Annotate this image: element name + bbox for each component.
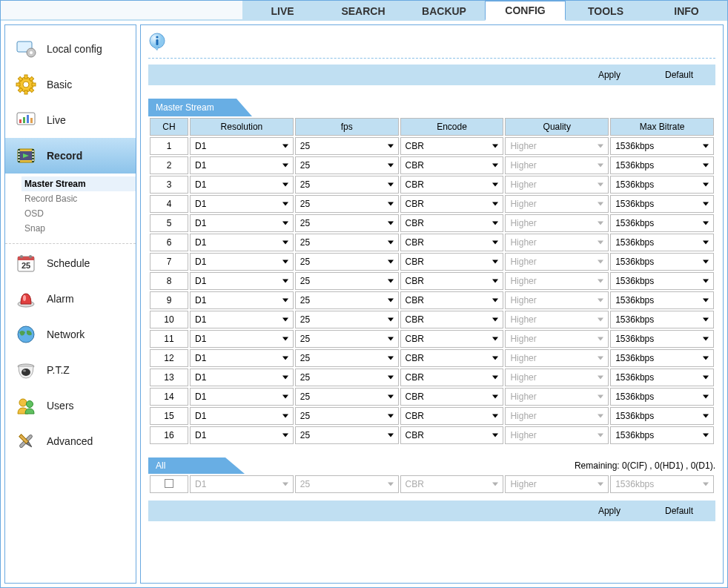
quality-select[interactable]: Higher [505,176,609,194]
sidebar-item-alarm[interactable]: Alarm [5,281,136,317]
resolution-select[interactable]: D1 [190,156,294,174]
sidebar-item-record[interactable]: Record [5,138,136,174]
quality-select[interactable]: Higher [505,388,609,406]
all-tab[interactable]: All [148,457,245,474]
encode-select[interactable]: CBR [400,156,504,174]
encode-select[interactable]: CBR [400,426,504,444]
bitrate-select[interactable]: 1536kbps [610,137,714,155]
fps-select[interactable]: 25 [295,156,399,174]
quality-select[interactable]: Higher [505,426,609,444]
encode-select[interactable]: CBR [400,137,504,155]
resolution-select[interactable]: D1 [190,407,294,425]
bitrate-select[interactable]: 1536kbps [610,311,714,328]
quality-select[interactable]: Higher [505,156,609,174]
stream-tab[interactable]: Master Stream [148,99,252,116]
bitrate-select[interactable]: 1536kbps [610,234,714,251]
encode-select[interactable]: CBR [400,234,504,251]
bitrate-select[interactable]: 1536kbps [610,330,714,348]
bitrate-select[interactable]: 1536kbps [610,156,714,174]
encode-select[interactable]: CBR [400,176,504,194]
bitrate-select[interactable]: 1536kbps [610,195,714,213]
fps-select[interactable]: 25 [295,311,399,328]
fps-select[interactable]: 25 [295,234,399,251]
bitrate-select[interactable]: 1536kbps [610,369,714,386]
all-bitrate-select[interactable]: 1536kbps [610,475,714,493]
sidebar-item-local[interactable]: Local config [5,31,136,67]
encode-select[interactable]: CBR [400,311,504,328]
quality-select[interactable]: Higher [505,291,609,309]
fps-select[interactable]: 25 [295,369,399,386]
sidebar-item-live[interactable]: Live [5,102,136,138]
bitrate-select[interactable]: 1536kbps [610,407,714,425]
encode-select[interactable]: CBR [400,407,504,425]
bitrate-select[interactable]: 1536kbps [610,349,714,367]
encode-select[interactable]: CBR [400,291,504,309]
sidebar-subitem-master-stream[interactable]: Master Stream [21,176,136,191]
fps-select[interactable]: 25 [295,407,399,425]
sidebar-item-basic[interactable]: Basic [5,67,136,102]
sidebar-item-schedule[interactable]: 25Schedule [5,245,136,281]
quality-select[interactable]: Higher [505,407,609,425]
bitrate-select[interactable]: 1536kbps [610,426,714,444]
bitrate-select[interactable]: 1536kbps [610,176,714,194]
resolution-select[interactable]: D1 [190,253,294,271]
default-button-bottom[interactable]: Default [665,506,693,516]
quality-select[interactable]: Higher [505,234,609,251]
encode-select[interactable]: CBR [400,330,504,348]
sidebar-item-network[interactable]: Network [5,317,136,352]
fps-select[interactable]: 25 [295,388,399,406]
quality-select[interactable]: Higher [505,214,609,232]
resolution-select[interactable]: D1 [190,234,294,251]
fps-select[interactable]: 25 [295,195,399,213]
encode-select[interactable]: CBR [400,253,504,271]
quality-select[interactable]: Higher [505,330,609,348]
encode-select[interactable]: CBR [400,388,504,406]
resolution-select[interactable]: D1 [190,176,294,194]
all-fps-select[interactable]: 25 [295,475,399,493]
resolution-select[interactable]: D1 [190,349,294,367]
tab-info[interactable]: INFO [646,1,727,21]
sidebar-subitem-snap[interactable]: Snap [21,221,136,236]
fps-select[interactable]: 25 [295,214,399,232]
quality-select[interactable]: Higher [505,311,609,328]
resolution-select[interactable]: D1 [190,311,294,328]
fps-select[interactable]: 25 [295,253,399,271]
all-encode-select[interactable]: CBR [400,475,504,493]
encode-select[interactable]: CBR [400,369,504,386]
bitrate-select[interactable]: 1536kbps [610,253,714,271]
tab-tools[interactable]: TOOLS [566,1,646,21]
tab-config[interactable]: CONFIG [485,1,566,21]
resolution-select[interactable]: D1 [190,195,294,213]
resolution-select[interactable]: D1 [190,330,294,348]
default-button[interactable]: Default [665,70,693,80]
encode-select[interactable]: CBR [400,214,504,232]
resolution-select[interactable]: D1 [190,388,294,406]
fps-select[interactable]: 25 [295,330,399,348]
fps-select[interactable]: 25 [295,272,399,290]
resolution-select[interactable]: D1 [190,369,294,386]
resolution-select[interactable]: D1 [190,291,294,309]
fps-select[interactable]: 25 [295,176,399,194]
quality-select[interactable]: Higher [505,195,609,213]
quality-select[interactable]: Higher [505,369,609,386]
resolution-select[interactable]: D1 [190,426,294,444]
resolution-select[interactable]: D1 [190,214,294,232]
resolution-select[interactable]: D1 [190,272,294,290]
apply-button-bottom[interactable]: Apply [598,506,621,516]
sidebar-subitem-osd[interactable]: OSD [21,206,136,221]
encode-select[interactable]: CBR [400,195,504,213]
bitrate-select[interactable]: 1536kbps [610,214,714,232]
all-quality-select[interactable]: Higher [505,475,609,493]
encode-select[interactable]: CBR [400,272,504,290]
bitrate-select[interactable]: 1536kbps [610,291,714,309]
sidebar-subitem-record-basic[interactable]: Record Basic [21,191,136,206]
quality-select[interactable]: Higher [505,272,609,290]
tab-search[interactable]: SEARCH [323,1,404,21]
all-resolution-select[interactable]: D1 [190,475,294,493]
quality-select[interactable]: Higher [505,253,609,271]
fps-select[interactable]: 25 [295,137,399,155]
fps-select[interactable]: 25 [295,291,399,309]
sidebar-item-ptz[interactable]: P.T.Z [5,352,136,388]
bitrate-select[interactable]: 1536kbps [610,272,714,290]
all-checkbox[interactable] [165,479,173,488]
